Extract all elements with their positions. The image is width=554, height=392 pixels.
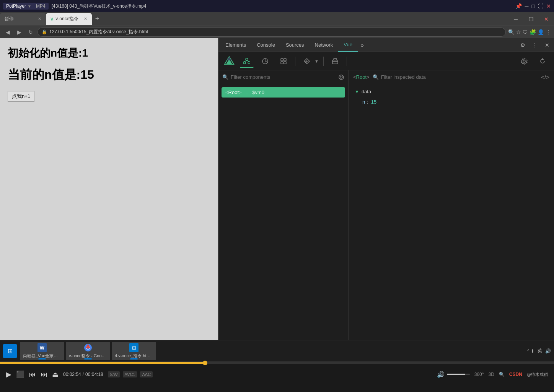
zoom-btn[interactable]: 🔍 [508,29,515,35]
taskbar-word-indicator [38,358,46,359]
fullscreen-btn[interactable]: ⛶ [538,3,543,9]
address-bar: ◀ ▶ ↻ 🔒 127.0.0.1:5500/15_内置指令/4.v-once_… [0,26,554,38]
root-component-tag: <Root> [225,89,242,95]
svg-point-5 [248,62,250,64]
play-btn[interactable]: ▶ [6,370,11,379]
volume-bar[interactable] [447,374,470,375]
zoom-icon[interactable]: 🔍 [499,372,505,377]
vue-refresh-btn[interactable] [536,54,549,68]
url-bar[interactable]: 🔒 127.0.0.1:5500/15_内置指令/4.v-once_指令.htm… [37,28,506,37]
browser-minimize[interactable]: ─ [508,12,523,26]
tab-elements[interactable]: Elements [220,38,251,52]
taskbar-chrome[interactable]: v-once指令 - Googl... [66,342,110,360]
root-component-item[interactable]: <Root> = $vm0 [222,87,345,98]
browser-close[interactable]: ✕ [539,12,554,26]
routing-dropdown[interactable]: ▼ [314,59,319,63]
increment-button[interactable]: 点我n+1 [8,91,34,102]
initial-n-text: 初始化的n值是:1 [8,46,210,60]
media-progress-bar[interactable] [0,362,554,364]
devtools-more-btn[interactable]: ⋮ [530,40,540,50]
browser-restore[interactable]: ❐ [523,12,539,26]
taskbar-word[interactable]: W 尚硅谷_Vue全家桶.d... [20,342,64,360]
media-controls: ▶ ⬛ ⏮ ⏭ ⏏ 00:02:54 / 00:04:18 S/W AVC1 A… [0,364,554,385]
current-n-text: 当前的n值是:15 [8,67,210,83]
back-button[interactable]: ◀ [3,28,12,37]
app-title[interactable]: PotPlayer ▼ MP4 [3,3,49,10]
components-tool-btn[interactable] [240,54,254,68]
tab-paused[interactable]: 暂停 ✕ [0,13,46,25]
data-value-n: 15 [371,99,376,105]
tab-vonce-label: v-once指令 [55,16,78,22]
more-tabs-btn[interactable]: » [358,42,367,48]
tab-bar: 暂停 ✕ V v-once指令 ✕ + [0,12,508,26]
inspector-header: <Root> 🔍 </> [349,70,554,84]
browser-window-controls: ─ ❐ ✕ [508,12,554,26]
inspector-code-btn[interactable]: </> [541,74,549,80]
3d-label: 3D [488,372,494,377]
store-tool-btn[interactable] [328,54,342,68]
svg-point-22 [339,75,344,80]
devtools-settings-btn[interactable]: ⚙ [517,40,528,50]
data-section-header[interactable]: ▼ data [355,89,548,94]
tag-codec: AVC1 [123,371,137,377]
360-label: 360° [474,372,484,377]
eject-btn[interactable]: ⏏ [52,370,59,379]
devtools-close-btn[interactable]: ✕ [542,40,552,50]
taskbar-vscode[interactable]: ⊞ 4.v-once_指令.html -... [112,342,156,360]
vue-settings-btn[interactable] [517,54,531,68]
pin-btn[interactable]: 📌 [515,3,522,9]
minimize-btn[interactable]: ─ [525,3,529,9]
tab-network[interactable]: Network [310,38,339,52]
inspector-actions: </> [541,74,549,80]
performance-tool-btn[interactable] [277,54,290,68]
components-search-icon: 🔍 [222,74,228,80]
data-key-n: n [362,99,365,105]
inspector-filter: 🔍 [373,74,538,80]
tab-sources[interactable]: Sources [280,38,310,52]
tab-console[interactable]: Console [251,38,280,52]
format-badge: MP4 [36,3,46,9]
close-btn[interactable]: ✕ [546,3,551,9]
svg-rect-13 [281,62,283,64]
lock-icon: 🔒 [42,29,47,34]
tab-vonce-close[interactable]: ✕ [84,16,87,21]
svg-rect-11 [281,59,283,61]
extensions-btn[interactable]: 🧩 [530,29,536,35]
timeline-tool-btn[interactable] [258,54,272,68]
page-content: 初始化的n值是:1 当前的n值是:15 点我n+1 [0,38,218,371]
svg-point-23 [340,76,342,78]
toolbar-separator3 [347,57,347,66]
svg-rect-14 [284,62,286,64]
component-tree: <Root> = $vm0 [218,84,348,371]
csdn-label: CSDN [509,372,522,377]
routing-tool-btn[interactable] [300,54,314,68]
tab-paused-close[interactable]: ✕ [38,16,41,21]
components-filter-input[interactable] [231,74,336,80]
maximize-btn[interactable]: □ [532,3,535,9]
shield-btn[interactable]: 🛡 [523,29,528,35]
inspector-filter-input[interactable] [381,74,538,80]
volume-fill [447,374,465,375]
main-layout: 初始化的n值是:1 当前的n值是:15 点我n+1 Elements Conso… [0,38,554,371]
tag-audio: AAC [140,371,153,377]
forward-button[interactable]: ▶ [15,28,24,37]
tab-vonce[interactable]: V v-once指令 ✕ [46,13,92,25]
star-btn[interactable]: ☆ [516,29,521,35]
devtools-panel: Elements Console Sources Network Vue » ⚙… [218,38,554,371]
inspector-component-name: <Root> [353,74,370,80]
menu-btn[interactable]: ⋮ [546,29,551,35]
stop-btn[interactable]: ⬛ [16,370,24,379]
media-right-actions: 360° 3D 🔍 CSDN @待木成稻 [474,372,548,377]
prev-btn[interactable]: ⏮ [29,371,36,379]
next-btn[interactable]: ⏭ [41,371,47,379]
taskbar-chrome-indicator [84,358,92,359]
window-controls: 📌 ─ □ ⛶ ✕ [515,3,551,9]
taskbar-start[interactable]: ⊞ [3,344,17,358]
volume-icon[interactable]: 🔊 [437,371,445,378]
taskbar: ⊞ W 尚硅谷_Vue全家桶.d... v-once指令 - Goo [0,340,554,361]
refresh-button[interactable]: ↻ [26,28,35,37]
tray-volume: 🔊 [545,348,551,354]
new-tab-button[interactable]: + [92,14,103,24]
profile-btn[interactable]: 👤 [538,29,544,35]
tab-vue[interactable]: Vue [338,38,358,52]
